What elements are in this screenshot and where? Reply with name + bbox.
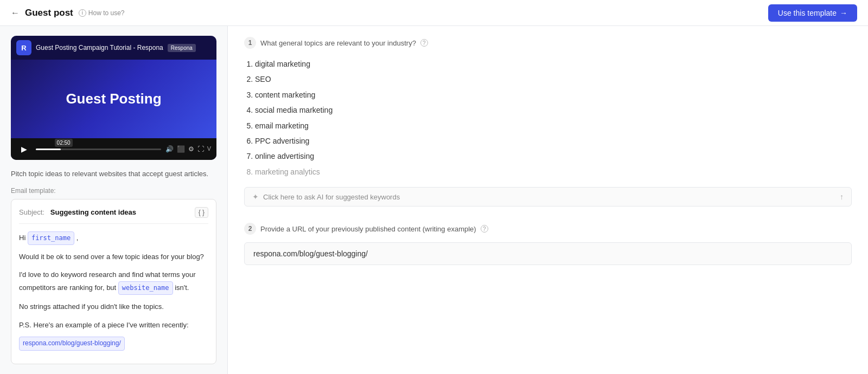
play-button[interactable]: ▶ xyxy=(16,141,31,157)
header-left: ← Guest post i How to use? xyxy=(11,8,125,18)
email-line4: P.S. Here's an example of a piece I've w… xyxy=(19,319,208,331)
email-subject: Subject: Suggesting content ideas xyxy=(19,208,136,216)
cc-icon[interactable]: ⬛ xyxy=(177,145,185,153)
greeting-line: Hi first_name , xyxy=(19,231,208,246)
settings-icon[interactable]: ⚙ xyxy=(188,145,194,153)
email-line3: No strings attached if you didn't like t… xyxy=(19,300,208,313)
list-item: online advertising xyxy=(255,149,852,164)
ai-suggestion-bar[interactable]: ✦ Click here to ask AI for suggested key… xyxy=(244,187,852,207)
question-1-number: 1 xyxy=(244,37,256,49)
question-2-section: 2 Provide a URL of your previously publi… xyxy=(244,223,852,265)
first-name-token: first_name xyxy=(28,231,74,246)
volume-icon[interactable]: 🔊 xyxy=(165,145,174,153)
question-2-number: 2 xyxy=(244,223,256,235)
list-item: social media marketing xyxy=(255,102,852,118)
vimeo-icon[interactable]: V xyxy=(207,145,211,153)
question-2-header: 2 Provide a URL of your previously publi… xyxy=(244,223,852,235)
subject-label: Subject: xyxy=(19,208,44,216)
list-item: marketing analytics xyxy=(255,164,852,179)
ai-bar-up-arrow: ↑ xyxy=(840,192,844,201)
info-icon: i xyxy=(79,9,86,17)
ai-bar-left: ✦ Click here to ask AI for suggested key… xyxy=(252,192,400,201)
right-panel: 1 What general topics are relevant to yo… xyxy=(228,26,868,374)
link-token[interactable]: respona.com/blog/guest-blogging/ xyxy=(19,337,125,351)
video-top-bar: R Guest Posting Campaign Tutorial - Resp… xyxy=(11,36,216,60)
ai-bar-text: Click here to ask AI for suggested keywo… xyxy=(263,193,400,201)
topics-list: digital marketing SEO content marketing … xyxy=(244,56,852,179)
video-logo: R xyxy=(16,40,31,55)
curly-bracket-button[interactable]: { } xyxy=(195,207,208,218)
email-line2: I'd love to do keyword research and find… xyxy=(19,268,208,295)
list-item: content marketing xyxy=(255,87,852,102)
left-panel: R Guest Posting Campaign Tutorial - Resp… xyxy=(0,26,228,374)
email-subject-row: Subject: Suggesting content ideas { } xyxy=(19,207,208,224)
email-template-label: Email template: xyxy=(11,187,216,195)
website-name-token: website_name xyxy=(118,281,173,295)
page-title: Guest post xyxy=(25,8,73,18)
list-item: email marketing xyxy=(255,118,852,133)
email-body: Hi first_name , Would it be ok to send o… xyxy=(19,231,208,351)
question-2-text: Provide a URL of your previously publish… xyxy=(260,225,476,233)
video-heading: Guest Posting xyxy=(66,91,161,107)
header: ← Guest post i How to use? Use this temp… xyxy=(0,0,868,26)
time-badge: 02:50 xyxy=(55,139,73,147)
ai-sparkle-icon: ✦ xyxy=(252,192,259,201)
list-item: PPC advertising xyxy=(255,133,852,149)
how-to-use-link[interactable]: i How to use? xyxy=(79,9,125,17)
fullscreen-icon[interactable]: ⛶ xyxy=(197,145,204,153)
description-text: Pitch topic ideas to relevant websites t… xyxy=(11,169,216,179)
question-1-section: 1 What general topics are relevant to yo… xyxy=(244,37,852,207)
list-item: digital marketing xyxy=(255,56,852,72)
video-controls: ▶ 02:50 🔊 ⬛ ⚙ ⛶ V xyxy=(11,138,216,160)
video-brand-badge: Respona xyxy=(168,44,196,52)
question-1-header: 1 What general topics are relevant to yo… xyxy=(244,37,852,49)
question-1-text: What general topics are relevant to your… xyxy=(260,39,416,47)
use-template-button[interactable]: Use this template → xyxy=(768,4,857,22)
back-button[interactable]: ← xyxy=(11,8,20,18)
email-link-line: respona.com/blog/guest-blogging/ xyxy=(19,337,208,351)
video-container: R Guest Posting Campaign Tutorial - Resp… xyxy=(11,36,216,160)
main-layout: R Guest Posting Campaign Tutorial - Resp… xyxy=(0,26,868,374)
list-item: SEO xyxy=(255,72,852,87)
question-1-info-icon[interactable]: ? xyxy=(420,39,428,47)
progress-fill xyxy=(36,149,61,150)
video-title-text: Guest Posting Campaign Tutorial - Respon… xyxy=(36,44,163,51)
control-icons: 🔊 ⬛ ⚙ ⛶ V xyxy=(165,145,211,153)
progress-bar[interactable]: 02:50 xyxy=(36,149,161,150)
video-main-area: Guest Posting xyxy=(11,60,216,138)
email-line1: Would it be ok to send over a few topic … xyxy=(19,250,208,263)
url-input[interactable] xyxy=(244,242,852,265)
question-2-info-icon[interactable]: ? xyxy=(481,225,488,233)
subject-value: Suggesting content ideas xyxy=(50,208,136,216)
email-box: Subject: Suggesting content ideas { } Hi… xyxy=(11,199,216,364)
